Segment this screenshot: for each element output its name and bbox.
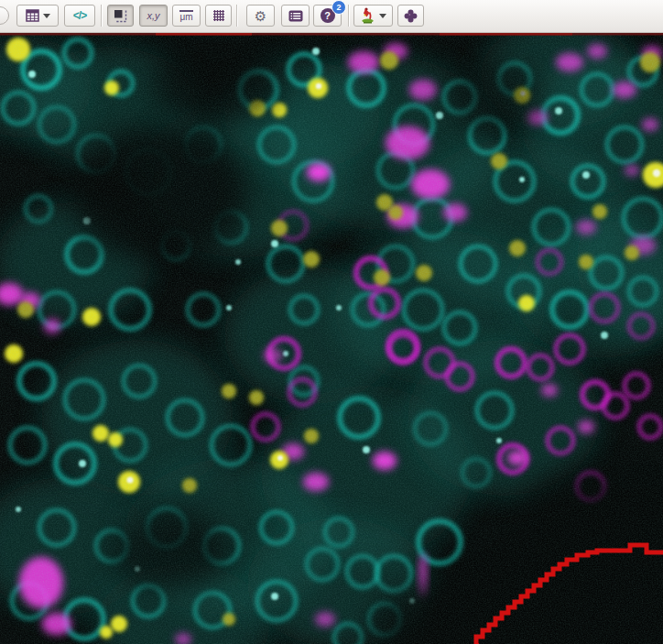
annotations-panel-button[interactable]: [281, 5, 310, 27]
grid-overlay-button[interactable]: [205, 5, 232, 27]
xy-label: x,y: [147, 10, 159, 21]
microscope-icon: [361, 7, 375, 24]
noise-overlay: [0, 33, 663, 644]
toolbar-separator: [236, 5, 238, 27]
toolbar-separator: [348, 5, 350, 27]
um-label: μm: [179, 10, 192, 22]
microscope-dropdown-button[interactable]: [353, 5, 393, 27]
table-icon: [26, 9, 39, 22]
chevron-down-icon: [43, 14, 50, 18]
microscopy-image[interactable]: [0, 33, 663, 644]
scalebar-um-button[interactable]: μm: [172, 5, 201, 27]
chevron-down-icon: [379, 14, 386, 18]
xy-coordinates-button[interactable]: x,y: [139, 5, 168, 27]
gear-icon: ⚙: [255, 9, 266, 23]
grid-icon: [212, 9, 225, 22]
notification-badge: 2: [332, 0, 346, 15]
list-icon: [288, 10, 303, 22]
toolbar-separator: [101, 5, 103, 27]
viewer-canvas[interactable]: [0, 33, 663, 644]
region-select-button[interactable]: [107, 5, 134, 27]
settings-button[interactable]: ⚙: [246, 5, 275, 27]
toolbar: </> x,y μm ⚙: [0, 0, 663, 33]
code-button[interactable]: </>: [64, 5, 95, 27]
table-dropdown-button[interactable]: [16, 5, 59, 27]
flower-icon: [404, 9, 418, 23]
help-button[interactable]: ? 2: [313, 5, 342, 27]
plugin-button[interactable]: [397, 5, 424, 27]
clipped-button[interactable]: [0, 6, 9, 25]
region-icon: [114, 9, 127, 23]
code-icon: </>: [73, 9, 86, 22]
